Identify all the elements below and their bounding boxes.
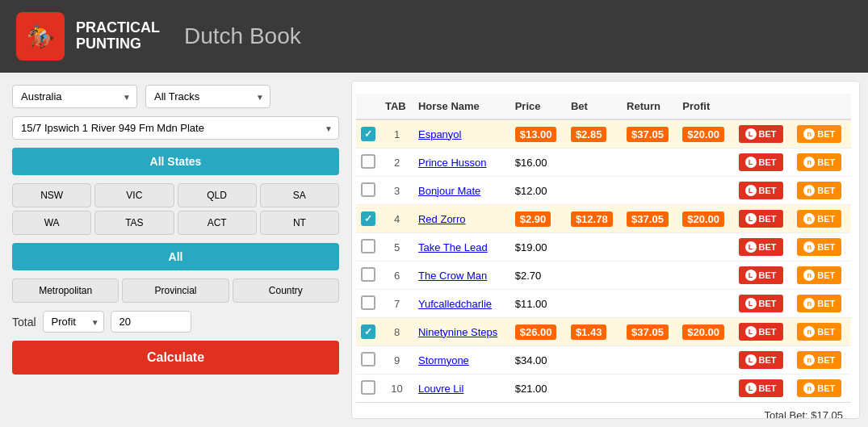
bet-button-orange[interactable]: n BET: [797, 379, 841, 397]
bet-button-red[interactable]: L BET: [739, 210, 783, 228]
country-select[interactable]: Australia UK USA: [12, 85, 137, 108]
row-checkbox-cell[interactable]: [356, 375, 380, 403]
row-checkbox-cell[interactable]: [356, 149, 380, 177]
horse-name-link[interactable]: Prince Husson: [418, 157, 487, 169]
row-action-bet-red-cell: L BET: [734, 375, 793, 403]
row-checkbox[interactable]: [361, 182, 375, 197]
row-checkbox-cell[interactable]: [356, 346, 380, 375]
state-btn-tas[interactable]: TAS: [94, 211, 174, 235]
row-price: $2.90: [510, 205, 566, 233]
tracks-select[interactable]: All Tracks Metropolitan Provincial Count…: [145, 85, 270, 108]
total-bet-label: Total Bet: $17.05: [764, 409, 843, 419]
row-price: $26.00: [510, 318, 566, 346]
row-tab-number: 5: [380, 233, 413, 262]
state-btn-qld[interactable]: QLD: [178, 183, 257, 207]
row-checkbox-cell[interactable]: [356, 119, 380, 149]
bet-button-orange[interactable]: n BET: [797, 295, 841, 312]
horse-name-link[interactable]: Stormyone: [418, 354, 469, 366]
row-horse-name: Espanyol: [413, 119, 510, 149]
state-btn-sa[interactable]: SA: [260, 183, 339, 207]
row-action-bet-red-cell: L BET: [734, 149, 793, 177]
row-checkbox[interactable]: [361, 154, 375, 169]
horse-name-link[interactable]: Yufcalledcharlie: [418, 298, 492, 310]
bet-button-red[interactable]: L BET: [739, 323, 783, 341]
track-type-metropolitan[interactable]: Metropolitan: [12, 278, 119, 303]
row-checkbox[interactable]: [361, 239, 375, 253]
row-return: $37.05: [622, 318, 677, 346]
bet-button-orange[interactable]: n BET: [797, 210, 841, 228]
bet-button-orange[interactable]: n BET: [797, 266, 841, 284]
calculate-button[interactable]: Calculate: [12, 341, 339, 375]
track-type-grid: Metropolitan Provincial Country: [12, 278, 339, 303]
horse-name-link[interactable]: Take The Lead: [418, 241, 488, 253]
price-highlight: $2.90: [515, 211, 551, 227]
row-checkbox[interactable]: [361, 324, 375, 339]
table-header-row: TAB Horse Name Price Bet Return Profit: [356, 94, 851, 119]
all-states-button[interactable]: All States: [12, 148, 339, 175]
state-btn-nsw[interactable]: NSW: [12, 183, 91, 207]
row-price: $13.00: [510, 119, 566, 149]
row-profit: [677, 375, 733, 403]
row-checkbox[interactable]: [361, 295, 375, 310]
bet-button-red[interactable]: L BET: [739, 295, 783, 312]
row-action-bet-orange-cell: n BET: [792, 262, 851, 290]
row-checkbox[interactable]: [361, 380, 375, 395]
state-btn-act[interactable]: ACT: [178, 211, 257, 235]
bet-button-orange[interactable]: n BET: [797, 323, 841, 341]
row-checkbox-cell[interactable]: [356, 233, 380, 262]
row-action-bet-red-cell: L BET: [734, 346, 793, 375]
horse-name-link[interactable]: Red Zorro: [418, 213, 466, 225]
state-btn-wa[interactable]: WA: [12, 211, 91, 235]
bet-button-red[interactable]: L BET: [739, 153, 783, 171]
table-row: 8Ninetynine Steps$26.00$1.43$37.05$20.00…: [356, 318, 851, 346]
profit-value-input[interactable]: 20: [111, 311, 191, 333]
row-return: [622, 346, 677, 375]
row-checkbox-cell[interactable]: [356, 318, 380, 346]
row-checkbox[interactable]: [361, 211, 375, 226]
row-checkbox[interactable]: [361, 127, 375, 141]
bet-button-orange[interactable]: n BET: [797, 238, 841, 256]
bet-button-red[interactable]: L BET: [739, 125, 783, 143]
horse-icon: 🏇: [27, 23, 55, 50]
row-bet: $1.43: [566, 318, 622, 346]
state-btn-vic[interactable]: VIC: [94, 183, 174, 207]
profit-type-select[interactable]: Profit Return: [43, 311, 104, 333]
row-checkbox-cell[interactable]: [356, 262, 380, 290]
bet-icon-red: L: [745, 157, 757, 168]
row-action-bet-orange-cell: n BET: [792, 149, 851, 177]
horse-name-link[interactable]: Louvre Lil: [418, 383, 463, 395]
row-checkbox[interactable]: [361, 267, 375, 282]
row-checkbox-cell[interactable]: [356, 177, 380, 205]
price-highlight: $26.00: [515, 324, 557, 340]
race-select[interactable]: 15/7 Ipswich 1 River 949 Fm Mdn Plate: [12, 116, 339, 140]
bet-button-orange[interactable]: n BET: [797, 153, 841, 171]
bet-button-red[interactable]: L BET: [739, 238, 783, 256]
row-checkbox[interactable]: [361, 352, 375, 366]
profit-highlight: $20.00: [682, 127, 724, 142]
row-horse-name: The Crow Man: [413, 262, 510, 290]
all-track-types-button[interactable]: All: [12, 243, 339, 270]
track-type-country[interactable]: Country: [233, 278, 339, 303]
bet-button-red[interactable]: L BET: [739, 266, 783, 284]
bet-button-orange[interactable]: n BET: [797, 351, 841, 369]
right-panel: TAB Horse Name Price Bet Return Profit 1…: [351, 81, 860, 419]
track-type-provincial[interactable]: Provincial: [122, 278, 229, 303]
state-btn-nt[interactable]: NT: [260, 211, 339, 235]
table-row: 9Stormyone$34.00L BETn BET: [356, 346, 851, 375]
price-highlight: $13.00: [515, 127, 557, 142]
bet-button-red[interactable]: L BET: [739, 351, 783, 369]
bet-button-red[interactable]: L BET: [739, 379, 783, 397]
bet-button-red[interactable]: L BET: [739, 182, 783, 199]
row-price: $21.00: [510, 375, 566, 403]
horse-name-link[interactable]: Espanyol: [418, 128, 461, 140]
row-checkbox-cell[interactable]: [356, 290, 380, 318]
bet-button-orange[interactable]: n BET: [797, 182, 841, 199]
horse-name-link[interactable]: Bonjour Mate: [418, 185, 480, 197]
row-checkbox-cell[interactable]: [356, 205, 380, 233]
bet-icon-red: L: [745, 326, 757, 337]
row-horse-name: Ninetynine Steps: [413, 318, 510, 346]
bet-button-orange[interactable]: n BET: [797, 125, 841, 143]
horse-name-link[interactable]: The Crow Man: [418, 270, 487, 282]
horse-name-link[interactable]: Ninetynine Steps: [418, 326, 497, 338]
return-highlight: $37.05: [627, 324, 669, 340]
